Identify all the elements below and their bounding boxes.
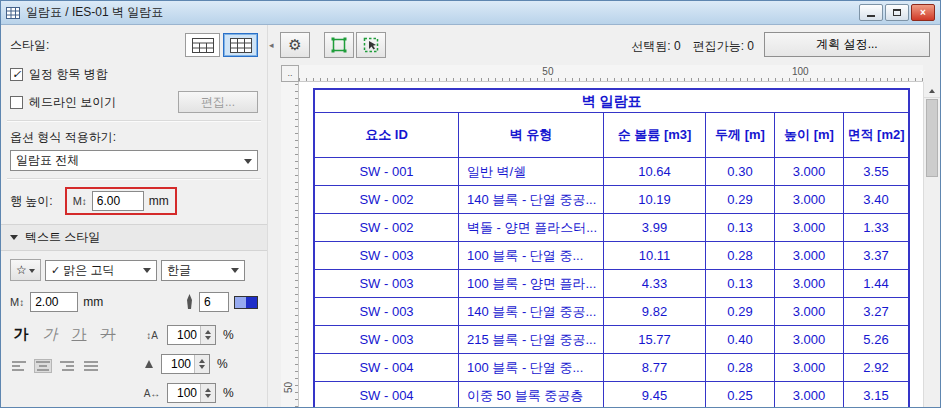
table-cell-area[interactable]: 1.44 xyxy=(844,270,908,298)
schedule-canvas[interactable]: 벽 일람표 요소 ID 벽 유형 순 볼륨 [m3] 두께 [m] 높이 [m]… xyxy=(299,82,923,407)
table-cell-element-id[interactable]: SW - 002 xyxy=(315,186,459,214)
marquee-select-button[interactable] xyxy=(356,32,386,58)
line-spacing-input[interactable] xyxy=(168,326,200,344)
edit-button[interactable]: 편집... xyxy=(178,91,258,113)
char-width-input[interactable] xyxy=(162,355,194,373)
spin-up-icon[interactable] xyxy=(201,384,215,393)
text-style-section-header[interactable]: 텍스트 스타일 xyxy=(1,224,267,251)
table-cell-height[interactable]: 3.000 xyxy=(775,326,844,354)
merge-uniform-checkbox[interactable]: ✓ 일정 항목 병합 xyxy=(10,66,258,83)
plan-settings-button[interactable]: 계획 설정... xyxy=(764,32,930,57)
maximize-button[interactable] xyxy=(885,4,909,21)
table-cell-net-volume[interactable]: 4.33 xyxy=(604,270,706,298)
row-height-input[interactable] xyxy=(92,191,144,211)
column-header-height[interactable]: 높이 [m] xyxy=(775,113,844,158)
table-cell-thickness[interactable]: 0.25 xyxy=(706,382,775,407)
table-cell-net-volume[interactable]: 15.77 xyxy=(604,326,706,354)
table-cell-height[interactable]: 3.000 xyxy=(775,214,844,242)
ruler-corner-button[interactable]: .. xyxy=(281,65,299,82)
font-select[interactable]: ✓ 맑은 고딕 xyxy=(45,260,157,281)
table-cell-element-id[interactable]: SW - 004 xyxy=(315,382,459,407)
table-cell-height[interactable]: 3.000 xyxy=(775,242,844,270)
pen-color-swatch[interactable] xyxy=(234,296,258,309)
table-cell-element-id[interactable]: SW - 003 xyxy=(315,242,459,270)
style-merged-grid-button[interactable] xyxy=(185,33,220,57)
italic-toggle[interactable]: 가 xyxy=(39,325,61,344)
titlebar[interactable]: 일람표 / IES-01 벽 일람표 × xyxy=(1,1,940,25)
table-cell-wall-type[interactable]: 100 블록 - 양면 플라... xyxy=(459,270,604,298)
align-right-button[interactable] xyxy=(58,359,76,373)
table-cell-net-volume[interactable]: 10.64 xyxy=(604,158,706,186)
style-full-grid-button[interactable] xyxy=(223,33,258,57)
panel-splitter[interactable]: ◂ xyxy=(267,25,276,407)
align-center-button[interactable] xyxy=(34,359,52,373)
table-cell-area[interactable]: 2.92 xyxy=(844,354,908,382)
table-cell-wall-type[interactable]: 140 블록 - 단열 중공... xyxy=(459,298,604,326)
table-cell-element-id[interactable]: SW - 003 xyxy=(315,326,459,354)
show-headline-checkbox[interactable]: 헤드라인 보이기 xyxy=(10,94,116,111)
table-cell-area[interactable]: 3.37 xyxy=(844,242,908,270)
table-cell-area[interactable]: 3.15 xyxy=(844,382,908,407)
favorite-star-button[interactable]: ☆ xyxy=(10,259,41,281)
align-justify-button[interactable] xyxy=(82,359,100,373)
scroll-up-button[interactable] xyxy=(924,82,940,98)
minimize-button[interactable] xyxy=(859,4,883,21)
table-cell-thickness[interactable]: 0.28 xyxy=(706,242,775,270)
table-cell-height[interactable]: 3.000 xyxy=(775,298,844,326)
table-cell-wall-type[interactable]: 215 블록 - 단열 중공... xyxy=(459,326,604,354)
table-cell-net-volume[interactable]: 10.11 xyxy=(604,242,706,270)
table-cell-net-volume[interactable]: 9.45 xyxy=(604,382,706,407)
table-cell-thickness[interactable]: 0.29 xyxy=(706,298,775,326)
table-cell-height[interactable]: 3.000 xyxy=(775,186,844,214)
table-cell-thickness[interactable]: 0.40 xyxy=(706,326,775,354)
column-header-wall-type[interactable]: 벽 유형 xyxy=(459,113,604,158)
table-cell-net-volume[interactable]: 3.99 xyxy=(604,214,706,242)
table-cell-area[interactable]: 3.55 xyxy=(844,158,908,186)
spin-down-icon[interactable] xyxy=(195,364,209,373)
apply-format-select[interactable]: 일람표 전체 xyxy=(10,150,258,171)
align-left-button[interactable] xyxy=(10,359,28,373)
column-header-area[interactable]: 면적 [m2] xyxy=(844,113,908,158)
spin-down-icon[interactable] xyxy=(201,393,215,402)
table-cell-thickness[interactable]: 0.30 xyxy=(706,158,775,186)
table-cell-height[interactable]: 3.000 xyxy=(775,382,844,407)
char-spacing-input[interactable] xyxy=(168,384,200,402)
table-cell-wall-type[interactable]: 100 블록 - 단열 중... xyxy=(459,354,604,382)
bold-toggle[interactable]: 가 xyxy=(10,325,32,344)
vertical-scrollbar[interactable] xyxy=(923,82,940,407)
table-cell-wall-type[interactable]: 140 블록 - 단열 중공... xyxy=(459,186,604,214)
column-header-net-volume[interactable]: 순 볼륨 [m3] xyxy=(604,113,706,158)
table-cell-area[interactable]: 5.26 xyxy=(844,326,908,354)
strikethrough-toggle[interactable]: 가 xyxy=(97,325,119,344)
table-cell-wall-type[interactable]: 이중 50 블록 중공층 xyxy=(459,382,604,407)
table-cell-element-id[interactable]: SW - 003 xyxy=(315,298,459,326)
table-cell-area[interactable]: 3.27 xyxy=(844,298,908,326)
font-size-input[interactable] xyxy=(30,292,78,312)
table-cell-net-volume[interactable]: 8.77 xyxy=(604,354,706,382)
table-cell-area[interactable]: 1.33 xyxy=(844,214,908,242)
spin-down-icon[interactable] xyxy=(201,335,215,344)
spin-up-icon[interactable] xyxy=(195,355,209,364)
table-cell-height[interactable]: 3.000 xyxy=(775,270,844,298)
table-cell-element-id[interactable]: SW - 001 xyxy=(315,158,459,186)
settings-gear-button[interactable]: ⚙ xyxy=(280,32,310,58)
table-cell-wall-type[interactable]: 100 블록 - 단열 중... xyxy=(459,242,604,270)
column-header-element-id[interactable]: 요소 ID xyxy=(315,113,459,158)
select-elements-button[interactable] xyxy=(324,32,354,58)
pen-number-input[interactable] xyxy=(199,292,229,312)
table-cell-wall-type[interactable]: 일반 벽/쉘 xyxy=(459,158,604,186)
script-select[interactable]: 한글 xyxy=(161,260,245,281)
table-cell-element-id[interactable]: SW - 002 xyxy=(315,214,459,242)
table-cell-net-volume[interactable]: 9.82 xyxy=(604,298,706,326)
table-cell-thickness[interactable]: 0.13 xyxy=(706,270,775,298)
table-cell-height[interactable]: 3.000 xyxy=(775,354,844,382)
table-cell-element-id[interactable]: SW - 003 xyxy=(315,270,459,298)
underline-toggle[interactable]: 가 xyxy=(68,325,90,344)
table-cell-height[interactable]: 3.000 xyxy=(775,158,844,186)
table-cell-thickness[interactable]: 0.28 xyxy=(706,354,775,382)
table-cell-net-volume[interactable]: 10.19 xyxy=(604,186,706,214)
close-button[interactable]: × xyxy=(911,4,935,21)
table-cell-thickness[interactable]: 0.13 xyxy=(706,214,775,242)
table-cell-wall-type[interactable]: 벽돌 - 양면 플라스터... xyxy=(459,214,604,242)
spin-up-icon[interactable] xyxy=(201,326,215,335)
